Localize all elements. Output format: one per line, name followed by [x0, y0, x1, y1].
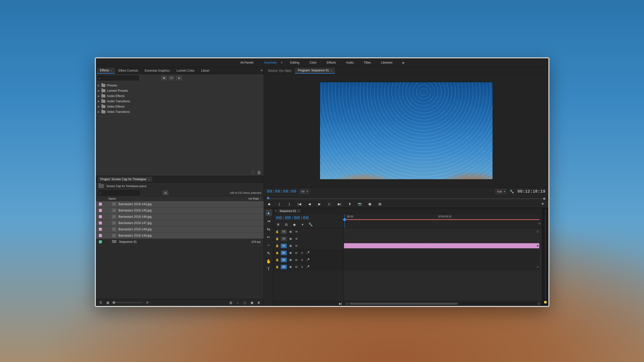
find-icon[interactable]: ⌕ [235, 301, 240, 305]
workspace-overflow-icon[interactable]: » [400, 60, 407, 65]
automate-to-sequence-icon[interactable]: ▥ [228, 301, 233, 305]
program-monitor-view[interactable] [264, 74, 548, 187]
track-id[interactable]: V2 [281, 237, 287, 241]
export-frame-icon[interactable]: ▣ [368, 202, 372, 206]
play-icon[interactable]: ▶ [317, 202, 322, 206]
trash-icon[interactable]: 🗑 [257, 301, 261, 305]
workspace-menu-icon[interactable]: ≡ [281, 61, 283, 64]
linked-selection-icon[interactable]: ⧉ [284, 222, 289, 227]
solo-icon[interactable]: S [300, 251, 304, 255]
solo-icon[interactable]: S [300, 265, 304, 269]
list-view-icon[interactable]: ☰ [98, 301, 103, 305]
effects-category[interactable]: ▶Audio Transitions [96, 99, 264, 104]
go-to-in-icon[interactable]: |◀ [297, 202, 302, 206]
column-name[interactable]: Name [108, 197, 116, 200]
project-item[interactable]: Barnastars 2016-145.jpg [96, 207, 264, 214]
new-bin-icon[interactable]: ▢ [243, 301, 247, 305]
close-sequence-icon[interactable]: × [275, 209, 277, 213]
playhead-icon[interactable] [267, 197, 269, 199]
workspace-editing[interactable]: Editing [288, 60, 302, 65]
mark-out-icon[interactable]: } [287, 202, 292, 206]
work-area-end-handle[interactable] [539, 222, 540, 224]
project-item-list[interactable]: Barnastars 2016-144.jpg Barnastars 2016-… [96, 201, 264, 299]
project-search-input[interactable] [98, 190, 140, 195]
track-header-a1[interactable]: 🔒A1▣MS🎤 [273, 249, 344, 256]
tab-program-monitor[interactable]: Program: Sequence 01≡ [295, 68, 335, 74]
workspace-titles[interactable]: Titles [361, 60, 373, 65]
effects-category[interactable]: ▶Audio Effects [96, 93, 264, 99]
mark-in-icon[interactable]: { [277, 202, 281, 206]
toggle-sync-lock-icon[interactable]: ▣ [289, 244, 293, 248]
effects-category[interactable]: ▶Video Transitions [96, 109, 264, 114]
track-id[interactable]: A1 [281, 251, 287, 255]
go-to-out-icon[interactable]: ▶| [337, 202, 342, 206]
ripple-edit-tool-icon[interactable]: ⇆ [265, 226, 272, 232]
toggle-sync-lock-icon[interactable]: ▣ [289, 258, 293, 262]
lock-icon[interactable]: 🔒 [275, 265, 279, 268]
tab-overflow-icon[interactable]: » [261, 68, 263, 72]
current-timecode[interactable]: 00:00:00:00 [267, 189, 297, 194]
voiceover-icon[interactable]: 🎤 [306, 265, 310, 269]
fx-badge-32bit-icon[interactable]: 32 [169, 76, 174, 80]
step-back-icon[interactable]: ◀ [307, 202, 312, 206]
project-item[interactable]: Barnastars 2016-147.jpg [96, 220, 264, 226]
workspace-all-panels[interactable]: All Panels [238, 60, 256, 65]
panel-menu-icon[interactable]: ≡ [298, 210, 299, 212]
snap-toggle-icon[interactable]: ❄ [276, 222, 280, 227]
toggle-sync-lock-icon[interactable]: ▣ [289, 230, 293, 234]
lock-icon[interactable]: 🔒 [275, 244, 279, 247]
project-item[interactable]: Sequence 01.976 fps [96, 239, 264, 245]
project-item[interactable]: Barnastars 2016-146.jpg [96, 214, 264, 220]
add-marker-icon[interactable]: ◆ [292, 222, 297, 227]
effects-search-input[interactable] [97, 75, 139, 80]
lift-icon[interactable]: ⬆ [347, 202, 352, 206]
lock-icon[interactable]: 🔒 [275, 230, 279, 233]
panel-menu-icon[interactable]: ≡ [110, 69, 112, 72]
zoom-slider[interactable] [112, 302, 143, 303]
icon-view-icon[interactable]: ▦ [105, 301, 110, 305]
solo-icon[interactable]: S [300, 258, 304, 262]
button-editor-icon[interactable]: + [540, 201, 545, 207]
timeline-ruler[interactable]: :00:00 00:04:59:16 [344, 214, 542, 228]
trash-icon[interactable]: 🗑 [257, 171, 261, 175]
new-bin-button[interactable] [251, 171, 255, 175]
tab-source-monitor[interactable]: Source: (no clips) [265, 68, 294, 73]
panel-menu-icon[interactable]: ≡ [148, 178, 150, 181]
sort-icon[interactable]: ⟳ [145, 301, 150, 305]
scrollbar-handle-left[interactable] [346, 303, 348, 305]
mute-icon[interactable]: M [294, 265, 298, 269]
tab-lumetri-color[interactable]: Lumetri Color [173, 68, 197, 73]
timeline-horizontal-scrollbar[interactable] [344, 303, 542, 305]
project-item[interactable]: Barnastars 2016-149.jpg [96, 233, 264, 239]
audio-level-meter[interactable] [542, 208, 548, 306]
workspace-assembly[interactable]: Assembly [261, 60, 279, 65]
track-header-v3[interactable]: 🔒V3▣👁 [273, 228, 344, 235]
lock-icon[interactable]: 🔒 [275, 237, 279, 240]
workspace-libraries[interactable]: Libraries [378, 60, 395, 65]
mute-icon[interactable]: M [294, 258, 298, 262]
pen-tool-icon[interactable]: ✎ [265, 250, 272, 256]
timeline-timecode[interactable]: 00:00:00:00 [276, 215, 341, 221]
track-id[interactable]: A2 [281, 258, 287, 262]
skip-to-end-icon[interactable]: ▶| [339, 302, 342, 305]
voiceover-icon[interactable]: 🎤 [306, 251, 310, 255]
toggle-sync-lock-icon[interactable]: ▣ [289, 237, 293, 241]
lane-end-handle[interactable] [537, 266, 539, 268]
track-id[interactable]: A3 [281, 265, 287, 269]
timeline-display-icon[interactable]: ▾ [300, 222, 305, 227]
extract-icon[interactable]: 📷 [357, 202, 362, 206]
panel-menu-icon[interactable]: ≡ [331, 69, 332, 72]
add-marker-icon[interactable]: ◆ [267, 202, 271, 206]
track-area[interactable] [344, 228, 542, 301]
tab-libraries-truncated[interactable]: Librari [198, 68, 212, 73]
tab-sequence[interactable]: Sequence 01≡ [278, 209, 301, 213]
effects-category[interactable]: ▶Presets [96, 83, 264, 88]
toggle-sync-lock-icon[interactable]: ▣ [289, 251, 293, 255]
tab-project[interactable]: Project: Screen Cap for Timelapse≡ [98, 177, 152, 182]
track-header-a3[interactable]: 🔒A3▣MS🎤 [273, 263, 344, 270]
scrollbar-handle-right[interactable] [538, 303, 540, 305]
lane-end-handle[interactable] [537, 245, 539, 247]
lane-end-handle[interactable] [537, 231, 539, 233]
hand-tool-icon[interactable]: ✋ [265, 258, 272, 264]
project-item[interactable]: Barnastars 2016-144.jpg [96, 201, 264, 207]
